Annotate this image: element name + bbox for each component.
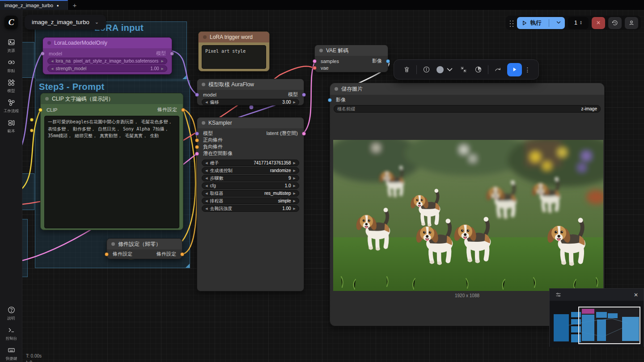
- tab-image-z-image-turbo[interactable]: image_z_image_turbo ●: [0, 0, 68, 10]
- comfyui-logo[interactable]: C: [4, 16, 18, 29]
- decrement-icon[interactable]: ◀: [205, 177, 208, 180]
- decrement-icon[interactable]: ◀: [205, 184, 208, 187]
- rerun-node-button[interactable]: [491, 63, 505, 77]
- widget-steps[interactable]: ◀ 步驟數 9 ▶: [202, 175, 299, 181]
- port-model-in[interactable]: [195, 131, 199, 135]
- port-image-in[interactable]: [328, 98, 332, 102]
- stepper-down-icon[interactable]: ▼: [580, 23, 582, 25]
- decrement-icon[interactable]: ◀: [205, 169, 208, 172]
- run-button[interactable]: 執行: [517, 17, 565, 29]
- collapse-dot[interactable]: [203, 35, 207, 39]
- run-options-chevron[interactable]: [552, 20, 565, 26]
- increment-icon[interactable]: ▶: [293, 192, 296, 195]
- increment-icon[interactable]: ▶: [293, 161, 296, 164]
- collapse-dot[interactable]: [335, 87, 338, 91]
- port-model-in[interactable]: [41, 51, 45, 55]
- port-latent-in[interactable]: [195, 152, 199, 156]
- reroute-dot[interactable]: [30, 118, 34, 122]
- node-conditioning-zero[interactable]: 條件設定（歸零） 條件設定 條件設定: [106, 238, 182, 259]
- reroute-dot[interactable]: [30, 129, 34, 132]
- graph-canvas[interactable]: LoRA input Step3 - Prompt: [0, 0, 644, 362]
- widget-strength-model[interactable]: ◀ strength_model 1.00 ▶: [47, 65, 167, 72]
- group-resize-handle[interactable]: [186, 264, 190, 268]
- sidebar-item-assets[interactable]: 資源: [0, 36, 22, 56]
- port-samples-in[interactable]: [313, 59, 317, 63]
- node-model-sampling[interactable]: 模型取樣 AuraFlow model 模型 ◀ 偏移 3.00 ▶: [197, 79, 304, 105]
- drag-handle-icon[interactable]: [508, 19, 514, 27]
- node-clip-encode[interactable]: CLIP 文字編碼（提示詞） CLIP 條件設定 一群可愛的beagles在花園…: [40, 93, 183, 230]
- group-resize-handle[interactable]: [182, 75, 186, 79]
- widget-seed[interactable]: ◀ 種子 741771473761358 ▶: [202, 160, 299, 166]
- sidebar-item-shortcuts[interactable]: 快捷鍵: [0, 344, 22, 362]
- port-model-out[interactable]: [170, 51, 174, 55]
- port-conditioning-out[interactable]: [181, 108, 185, 112]
- port-conditioning-in[interactable]: [105, 252, 109, 256]
- increment-icon[interactable]: ▶: [293, 207, 296, 210]
- port-conditioning-out[interactable]: [180, 252, 184, 256]
- user-account-button[interactable]: [625, 17, 638, 29]
- output-image-preview[interactable]: [333, 140, 603, 291]
- minimap-viewport-rect[interactable]: [578, 307, 640, 344]
- history-button[interactable]: [608, 17, 622, 29]
- increment-icon[interactable]: ▶: [161, 59, 164, 63]
- port-vae-in[interactable]: [313, 66, 317, 70]
- decrement-icon[interactable]: ◀: [205, 192, 208, 195]
- decrement-icon[interactable]: ◀: [205, 101, 208, 104]
- widget-control-after-generate[interactable]: ◀ 生成後控制 randomize ▶: [202, 167, 299, 174]
- batch-count-input[interactable]: 1 ▲ ▼: [568, 17, 589, 29]
- collapse-dot[interactable]: [47, 41, 51, 45]
- collapse-dot[interactable]: [202, 83, 205, 86]
- delete-node-button[interactable]: [399, 63, 414, 77]
- widget-scheduler[interactable]: ◀ 排程器 simple ▶: [202, 198, 299, 204]
- minimap-close-button[interactable]: ✕: [634, 292, 638, 298]
- increment-icon[interactable]: ▶: [293, 199, 296, 202]
- sidebar-item-console[interactable]: 控制台: [0, 324, 22, 344]
- widget-sampler[interactable]: ◀ 取樣器 res_multistep ▶: [202, 190, 299, 197]
- node-lora-loader[interactable]: LoraLoaderModelOnly model 模型 ◀ lora_na p…: [42, 37, 172, 75]
- new-workflow-tab-button[interactable]: +: [68, 0, 81, 10]
- collapse-dot[interactable]: [111, 242, 115, 246]
- wire-midpoint-dot[interactable]: [249, 105, 254, 109]
- sidebar-item-models[interactable]: 模型: [0, 76, 22, 96]
- widget-denoise[interactable]: ◀ 去雜訊強度 1.00 ▶: [202, 205, 299, 212]
- note-text[interactable]: Pixel art style: [202, 45, 266, 69]
- sidebar-item-workflows[interactable]: 工作流程: [0, 96, 22, 116]
- collapse-node-button[interactable]: [456, 63, 471, 77]
- port-positive-in[interactable]: [195, 138, 199, 142]
- sidebar-item-templates[interactable]: 範本: [0, 116, 22, 136]
- widget-lora-name[interactable]: ◀ lora_na pixel_art_style_z_image_turbo.…: [47, 58, 167, 64]
- node-lora-trigger-note[interactable]: LoRA trigger word Pixel art style: [198, 31, 270, 72]
- port-clip-in[interactable]: [38, 108, 42, 112]
- decrement-icon[interactable]: ◀: [51, 59, 53, 63]
- collapse-dot[interactable]: [319, 49, 323, 52]
- decrement-icon[interactable]: ◀: [51, 67, 53, 70]
- node-ksampler[interactable]: KSampler 模型 latent (潛空間) 正向條件 負向條件 潛在空間影…: [197, 117, 304, 291]
- minimap-viewport-area[interactable]: [550, 301, 644, 347]
- decrement-icon[interactable]: ◀: [205, 161, 208, 164]
- node-info-button[interactable]: [419, 63, 434, 77]
- group-step3-title[interactable]: Step3 - Prompt: [39, 82, 104, 92]
- port-latent-out[interactable]: [302, 131, 306, 135]
- increment-icon[interactable]: ▶: [293, 184, 296, 187]
- node-color-picker[interactable]: [434, 63, 456, 77]
- port-negative-in[interactable]: [195, 145, 199, 149]
- node-vae-decode[interactable]: VAE 解碼 samples 影像 vae: [314, 45, 388, 72]
- sidebar-item-nodes[interactable]: 節點: [0, 56, 22, 76]
- port-model-out[interactable]: [302, 93, 306, 97]
- increment-icon[interactable]: ▶: [293, 177, 296, 180]
- increment-icon[interactable]: ▶: [293, 169, 296, 172]
- increment-icon[interactable]: ▶: [293, 101, 296, 104]
- collapse-dot[interactable]: [45, 97, 49, 101]
- port-model-in[interactable]: [195, 93, 199, 97]
- bypass-node-button[interactable]: [471, 63, 486, 77]
- widget-filename-prefix[interactable]: 檔名前綴 z-image: [334, 105, 601, 113]
- execute-node-button[interactable]: [507, 63, 522, 76]
- port-image-out[interactable]: [386, 59, 390, 63]
- decrement-icon[interactable]: ◀: [205, 199, 208, 202]
- sidebar-item-help[interactable]: 說明: [0, 303, 22, 324]
- prompt-textarea[interactable]: 一群可愛的beagles在花園中開心奔跑玩耍， 毛髮花色多變， 表情多變， 動作…: [44, 116, 179, 228]
- cancel-run-button[interactable]: ✕: [592, 17, 605, 29]
- more-options-button[interactable]: ⋮: [522, 66, 533, 73]
- minimap-settings-icon[interactable]: [555, 291, 562, 298]
- widget-shift[interactable]: ◀ 偏移 3.00 ▶: [202, 99, 299, 105]
